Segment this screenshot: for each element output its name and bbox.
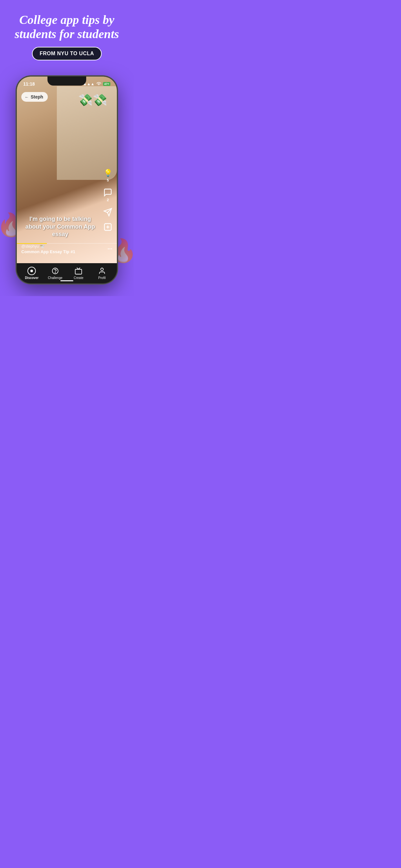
lightbulb-action[interactable]: 💡 5 [104, 169, 112, 182]
username-text: @stephyu [21, 244, 39, 249]
video-caption-area: I'm going to be talking about your Commo… [21, 215, 99, 238]
back-button[interactable]: ← Steph [21, 92, 48, 102]
money-emoji: 💸💸 [78, 93, 107, 107]
lightbulb-count: 5 [107, 178, 109, 182]
status-icons: ▲▲▲ 47+ [83, 82, 111, 87]
discover-inner-dot [30, 270, 33, 272]
profil-svg [98, 267, 106, 275]
video-meta: @stephyu 🕊️ Common App Essay Tip #1 [21, 244, 99, 254]
nav-item-create[interactable]: Create [67, 267, 90, 280]
share-action[interactable] [103, 208, 112, 217]
challenge-label: Challenge [48, 276, 62, 280]
create-label: Create [73, 276, 83, 280]
battery-icon: 47+ [103, 82, 111, 86]
create-icon [74, 267, 83, 275]
nav-item-profil[interactable]: Profil [90, 267, 114, 280]
back-arrow-icon: ← [25, 95, 29, 99]
discover-icon [27, 267, 36, 275]
side-actions: 💡 5 2 [103, 169, 112, 231]
discover-label: Discover [25, 276, 38, 280]
tag-pill[interactable]: FROM NYU TO UCLA [32, 47, 102, 60]
comment-icon [103, 188, 112, 197]
create-svg [74, 267, 82, 275]
phone-mockup: 11:18 ▲▲▲ 47+ [17, 76, 117, 283]
share-icon [103, 208, 112, 217]
back-button-label: Steph [31, 94, 43, 99]
comment-count: 2 [107, 198, 109, 202]
challenge-icon [51, 267, 59, 275]
verified-icon: 🕊️ [40, 244, 45, 249]
bottom-nav: Discover Challenge [17, 263, 117, 283]
bookmark-icon [103, 222, 112, 231]
video-area[interactable]: ← Steph 💸💸 💡 5 [17, 76, 117, 264]
challenge-svg [51, 267, 59, 275]
svg-point-8 [101, 268, 103, 271]
home-indicator [60, 280, 73, 281]
phone-notch [48, 76, 86, 86]
phone-screen: 11:18 ▲▲▲ 47+ [17, 76, 117, 283]
nav-item-discover[interactable]: Discover [20, 267, 43, 280]
bookmark-action[interactable] [103, 222, 112, 231]
more-options[interactable]: ··· [107, 246, 112, 252]
video-title: Common App Essay Tip #1 [21, 249, 99, 254]
status-time: 11:18 [23, 82, 35, 87]
video-caption-text: I'm going to be talking about your Commo… [21, 215, 99, 238]
comment-action[interactable]: 2 [103, 188, 112, 202]
nav-item-challenge[interactable]: Challenge [43, 267, 67, 280]
wifi-icon [96, 82, 101, 87]
username: @stephyu 🕊️ [21, 244, 99, 249]
progress-bar[interactable] [17, 243, 117, 244]
lightbulb-icon: 💡 [104, 169, 112, 177]
headline: College app tips by students for student… [6, 13, 127, 41]
header-section: College app tips by students for student… [0, 13, 134, 67]
phone-wrapper: 11:18 ▲▲▲ 47+ [0, 76, 134, 296]
profil-icon [98, 267, 106, 275]
background-page: 🔥 🔥 College app tips by students for stu… [0, 0, 134, 296]
profil-label: Profil [98, 276, 105, 280]
svg-rect-7 [75, 269, 82, 274]
